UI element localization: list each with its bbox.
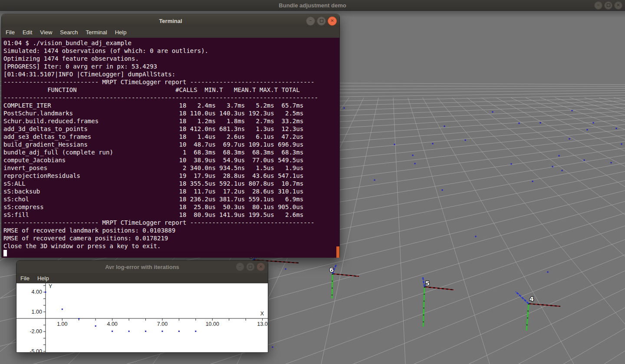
- landmark-point: [412, 155, 414, 156]
- x-tick-label: 4.00: [107, 321, 117, 327]
- camera-axis: [423, 287, 424, 327]
- plot-canvas: 1.004.007.0010.0013.04.001.00-2.00-5.00Y…: [16, 283, 268, 352]
- camera-label: 5: [425, 280, 430, 287]
- data-point: [95, 325, 96, 327]
- scatter-plot: 1.004.007.0010.0013.04.001.00-2.00-5.00Y…: [16, 283, 268, 352]
- x-tick-label: 13.0: [257, 321, 267, 327]
- terminal-menu-search[interactable]: Search: [56, 28, 82, 37]
- terminal-menu-help[interactable]: Help: [111, 28, 131, 37]
- close-icon: ✕: [330, 19, 334, 23]
- camera-label: 6: [329, 266, 334, 273]
- data-point: [161, 331, 163, 332]
- landmark-point: [519, 123, 520, 124]
- landmark-point: [621, 144, 622, 145]
- x-axis-label: X: [260, 311, 264, 317]
- close-icon: ✕: [259, 265, 263, 269]
- terminal-menu-file[interactable]: File: [2, 28, 19, 37]
- camera-label: 4: [530, 295, 534, 302]
- landmark-point: [492, 111, 493, 113]
- data-point: [45, 292, 46, 293]
- x-tick-label: 1.00: [57, 321, 67, 327]
- landmark-point: [540, 122, 541, 124]
- terminal-menu-edit[interactable]: Edit: [19, 28, 36, 37]
- plot-menu-file[interactable]: File: [16, 274, 33, 283]
- plot-menu-help[interactable]: Help: [33, 274, 53, 283]
- terminal-menu-terminal[interactable]: Terminal: [82, 28, 111, 37]
- landmark-point: [394, 144, 395, 145]
- terminal-window: Terminal − ✕ FileEditViewSearchTerminalH…: [1, 14, 340, 258]
- landmark-point: [532, 181, 533, 182]
- close-button[interactable]: ✕: [614, 1, 622, 10]
- minimize-button[interactable]: −: [594, 1, 602, 10]
- landmark-point: [552, 166, 553, 167]
- plot-window-buttons: − ✕: [236, 261, 265, 273]
- landmark-point: [559, 155, 560, 157]
- data-point: [145, 331, 146, 332]
- landmark-point: [465, 140, 466, 141]
- data-point: [195, 331, 196, 332]
- y-tick-label: -2.00: [30, 328, 42, 334]
- maximize-icon: [249, 265, 252, 269]
- data-point: [78, 318, 79, 319]
- landmark-point: [511, 164, 512, 165]
- maximize-icon: [320, 19, 323, 23]
- maximize-button[interactable]: [246, 262, 255, 271]
- landmark-point: [547, 272, 549, 273]
- terminal-menu-view[interactable]: View: [36, 28, 56, 37]
- main-window-titlebar[interactable]: Bundle adjustment demo − ✕: [0, 0, 625, 11]
- landmark-point: [344, 108, 345, 109]
- terminal-window-buttons: − ✕: [306, 15, 337, 27]
- maximize-button[interactable]: [604, 1, 612, 10]
- terminal-output: 01:04 $ ./vision_bundle_adj_example Simu…: [2, 38, 339, 250]
- landmark-point: [616, 128, 617, 129]
- landmark-point: [475, 236, 477, 237]
- close-button[interactable]: ✕: [328, 16, 337, 26]
- minimize-button[interactable]: −: [236, 262, 244, 271]
- landmark-point: [562, 170, 563, 171]
- y-axis-label: Y: [49, 283, 53, 289]
- plot-menubar: FileHelp: [16, 273, 268, 283]
- terminal-body[interactable]: 01:04 $ ./vision_bundle_adj_example Simu…: [2, 38, 339, 258]
- minimize-icon: −: [239, 265, 241, 269]
- x-tick-label: 7.00: [157, 321, 168, 327]
- camera-axis: [526, 304, 529, 331]
- data-point: [178, 331, 180, 332]
- y-tick-label: 1.00: [32, 309, 42, 315]
- data-point: [112, 331, 113, 332]
- terminal-title: Terminal: [159, 18, 182, 24]
- landmark-point: [611, 162, 612, 164]
- terminal-menubar: FileEditViewSearchTerminalHelp: [2, 27, 339, 38]
- camera-axis: [516, 292, 529, 304]
- landmark-point: [593, 122, 594, 124]
- main-window-title: Bundle adjustment demo: [279, 2, 346, 9]
- close-button[interactable]: ✕: [257, 262, 265, 271]
- landmark-point: [569, 138, 570, 140]
- landmark-point: [414, 163, 416, 164]
- landmark-point: [572, 110, 573, 111]
- plot-title: Avr log-error with iterations: [105, 264, 179, 270]
- landmark-point: [374, 180, 375, 181]
- terminal-titlebar[interactable]: Terminal − ✕: [2, 14, 339, 27]
- data-point: [128, 331, 130, 332]
- minimize-icon: −: [597, 3, 600, 7]
- landmark-point: [285, 269, 286, 270]
- data-point: [62, 308, 63, 310]
- landmark-point: [584, 160, 585, 161]
- landmark-point: [444, 126, 445, 127]
- maximize-button[interactable]: [317, 16, 326, 26]
- minimize-button[interactable]: −: [306, 16, 315, 26]
- main-window-buttons: − ✕: [594, 0, 622, 10]
- maximize-icon: [607, 3, 610, 7]
- landmark-point: [272, 347, 273, 348]
- close-icon: ✕: [616, 3, 620, 7]
- desktop: 7654 Bundle adjustment demo − ✕ Terminal…: [0, 0, 625, 364]
- y-tick-label: 4.00: [32, 289, 42, 295]
- landmark-point: [442, 190, 443, 191]
- landmark-point: [432, 143, 434, 144]
- terminal-scrollbar[interactable]: [336, 246, 339, 258]
- x-tick-label: 10.00: [206, 321, 219, 327]
- plot-window: Avr log-error with iterations − ✕ FileHe…: [16, 260, 268, 353]
- y-tick-label: -5.00: [30, 348, 42, 352]
- landmark-point: [587, 129, 588, 131]
- plot-titlebar[interactable]: Avr log-error with iterations − ✕: [16, 261, 268, 273]
